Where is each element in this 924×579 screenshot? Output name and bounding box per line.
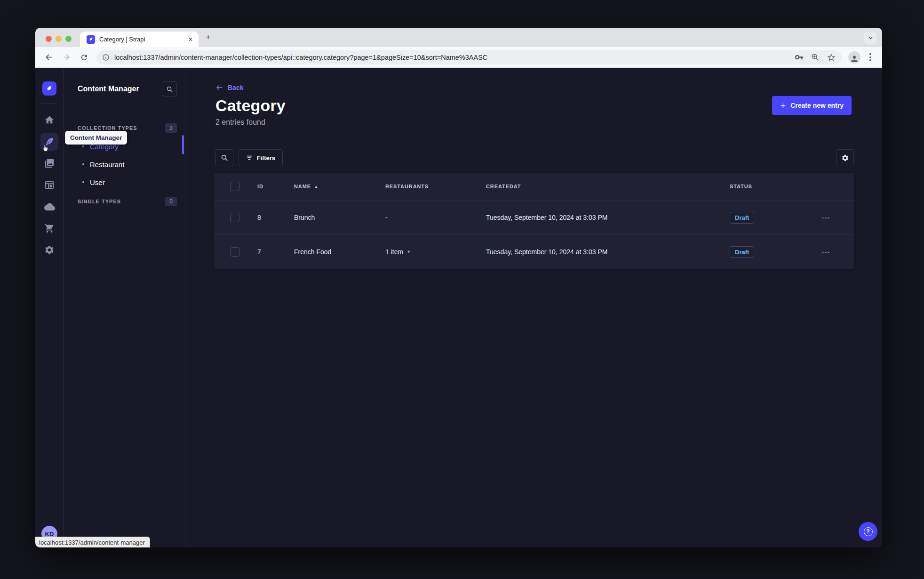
collection-types-count-badge: 3: [165, 123, 177, 133]
reload-icon[interactable]: [79, 52, 90, 63]
table-row[interactable]: 8 Brunch - Tuesday, September 10, 2024 a…: [214, 200, 854, 234]
row-checkbox[interactable]: [230, 247, 239, 257]
url-bar[interactable]: localhost:1337/admin/content-manager/col…: [96, 50, 842, 64]
browser-menu-icon[interactable]: [866, 53, 875, 61]
browser-profile-icon[interactable]: [848, 51, 860, 64]
strapi-logo[interactable]: [42, 81, 56, 96]
cell-name: French Food: [294, 248, 385, 256]
cell-restaurants[interactable]: 1 item▼: [385, 248, 486, 256]
bullet-icon: [82, 163, 84, 165]
sidebar-item-user[interactable]: User: [64, 173, 185, 191]
minimize-window-button[interactable]: [56, 36, 62, 42]
sidebar-item-label: Restaurant: [90, 161, 124, 169]
plus-icon: [780, 103, 786, 109]
tab-strip: Category | Strapi ✕ +: [35, 28, 882, 47]
tab-search-chevron-icon[interactable]: [864, 32, 876, 44]
marketplace-icon[interactable]: [40, 219, 58, 237]
single-types-section: SINGLE TYPES 0: [64, 197, 185, 206]
subnav-search-button[interactable]: [162, 81, 177, 96]
back-navigation-icon[interactable]: [43, 52, 54, 63]
rail-divider: [41, 103, 57, 104]
bookmark-star-icon[interactable]: [827, 53, 836, 62]
cell-id: 7: [257, 248, 294, 256]
content-manager-icon[interactable]: [40, 133, 58, 151]
forward-navigation-icon: [61, 52, 72, 63]
single-types-count-badge: 0: [165, 197, 177, 206]
column-header-status[interactable]: STATUS: [730, 184, 822, 189]
tab-close-icon[interactable]: ✕: [187, 35, 194, 44]
search-icon: [221, 154, 228, 161]
main-content: Back Category Create new entry 2 entries…: [185, 68, 882, 547]
cell-createdat: Tuesday, September 10, 2024 at 3:03 PM: [486, 214, 730, 221]
cell-name: Brunch: [294, 214, 385, 221]
cell-id: 8: [257, 214, 294, 221]
row-actions-menu[interactable]: ∙∙∙: [822, 248, 854, 256]
filter-icon: [246, 155, 253, 161]
table-row[interactable]: 7 French Food 1 item▼ Tuesday, September…: [214, 234, 854, 269]
new-tab-button[interactable]: +: [206, 32, 211, 41]
chevron-down-icon: ▼: [406, 249, 411, 254]
row-checkbox[interactable]: [230, 213, 239, 222]
subnav-title: Content Manager: [78, 85, 139, 93]
view-settings-button[interactable]: [836, 149, 854, 166]
table-header-row: ID NAME▲ RESTAURANTS CREATEDAT STATUS: [214, 173, 854, 200]
cell-restaurants: -: [385, 214, 486, 221]
status-badge: Draft: [730, 246, 754, 258]
gear-icon: [841, 154, 849, 162]
list-toolbar: Filters: [215, 149, 854, 166]
column-header-createdat[interactable]: CREATEDAT: [486, 184, 730, 189]
column-header-restaurants[interactable]: RESTAURANTS: [385, 184, 486, 189]
media-library-icon[interactable]: [40, 154, 58, 172]
filters-button[interactable]: Filters: [239, 149, 283, 166]
row-actions-menu[interactable]: ∙∙∙: [822, 214, 854, 222]
search-entries-button[interactable]: [215, 149, 233, 166]
search-icon: [166, 86, 173, 93]
subnav-scrollbar-thumb[interactable]: [182, 135, 184, 154]
entries-table: ID NAME▲ RESTAURANTS CREATEDAT STATUS 8 …: [214, 173, 854, 269]
browser-toolbar: localhost:1337/admin/content-manager/col…: [35, 47, 882, 68]
cell-createdat: Tuesday, September 10, 2024 at 3:03 PM: [486, 248, 730, 256]
home-icon[interactable]: [40, 111, 58, 129]
help-button[interactable]: ?: [859, 522, 877, 541]
question-mark-icon: ?: [864, 527, 873, 536]
column-header-id[interactable]: ID: [257, 184, 294, 189]
content-type-builder-icon[interactable]: [40, 176, 58, 194]
bullet-icon: [82, 145, 84, 147]
content-manager-tooltip: Content Manager: [65, 131, 127, 145]
entries-count: 2 entries found: [215, 118, 882, 127]
url-text[interactable]: localhost:1337/admin/content-manager/col…: [114, 54, 790, 61]
sort-asc-icon: ▲: [314, 185, 319, 189]
collection-types-label: COLLECTION TYPES: [78, 125, 137, 131]
select-all-checkbox[interactable]: [230, 182, 239, 191]
strapi-favicon-icon: [87, 35, 95, 44]
sidebar-item-restaurant[interactable]: Restaurant: [64, 155, 185, 173]
create-new-entry-button[interactable]: Create new entry: [772, 96, 852, 115]
back-arrow-icon: [215, 84, 223, 91]
tab-title: Category | Strapi: [99, 36, 183, 43]
main-navigation-rail: KD: [35, 68, 64, 547]
traffic-lights: [46, 36, 72, 42]
page-info-icon[interactable]: [102, 54, 110, 61]
browser-tab[interactable]: Category | Strapi ✕: [80, 32, 199, 47]
page-title: Category: [215, 96, 286, 115]
mouse-cursor: [41, 144, 49, 153]
link-target-status-bubble: localhost:1337/admin/content-manager: [35, 537, 150, 547]
maximize-window-button[interactable]: [65, 36, 72, 42]
sidebar-item-label: User: [90, 178, 105, 186]
settings-icon[interactable]: [40, 241, 58, 259]
browser-window: Category | Strapi ✕ + localhost:1337/adm…: [35, 28, 882, 547]
password-key-icon[interactable]: [795, 53, 804, 62]
single-types-label: SINGLE TYPES: [78, 199, 121, 204]
strapi-admin: KD Content Manager COLLECTION TYPES 3 Ca…: [35, 68, 882, 547]
zoom-magnifier-icon[interactable]: [811, 53, 820, 62]
subnav-divider: [78, 109, 89, 109]
deploy-cloud-icon[interactable]: [40, 198, 58, 216]
bullet-icon: [82, 181, 84, 183]
column-header-name[interactable]: NAME▲: [294, 184, 385, 189]
back-link[interactable]: Back: [215, 84, 243, 91]
close-window-button[interactable]: [46, 36, 52, 42]
status-badge: Draft: [730, 212, 754, 224]
